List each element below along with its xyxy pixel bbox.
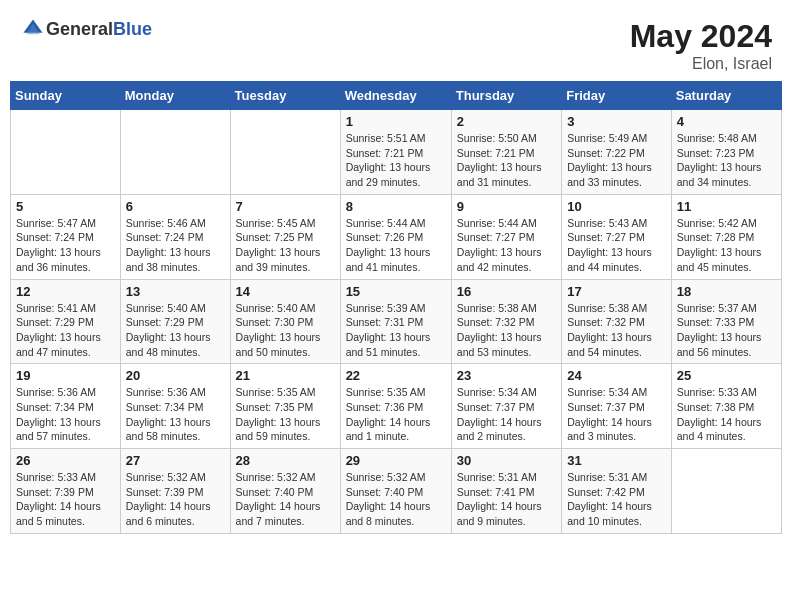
day-number: 4	[677, 114, 776, 129]
day-number: 2	[457, 114, 556, 129]
day-number: 21	[236, 368, 335, 383]
week-row-2: 5Sunrise: 5:47 AM Sunset: 7:24 PM Daylig…	[11, 194, 782, 279]
day-info: Sunrise: 5:37 AM Sunset: 7:33 PM Dayligh…	[677, 301, 776, 360]
calendar-cell: 26Sunrise: 5:33 AM Sunset: 7:39 PM Dayli…	[11, 449, 121, 534]
day-number: 5	[16, 199, 115, 214]
calendar-cell: 29Sunrise: 5:32 AM Sunset: 7:40 PM Dayli…	[340, 449, 451, 534]
day-info: Sunrise: 5:50 AM Sunset: 7:21 PM Dayligh…	[457, 131, 556, 190]
calendar-cell: 10Sunrise: 5:43 AM Sunset: 7:27 PM Dayli…	[562, 194, 672, 279]
calendar-cell: 27Sunrise: 5:32 AM Sunset: 7:39 PM Dayli…	[120, 449, 230, 534]
column-header-thursday: Thursday	[451, 82, 561, 110]
week-row-1: 1Sunrise: 5:51 AM Sunset: 7:21 PM Daylig…	[11, 110, 782, 195]
day-info: Sunrise: 5:48 AM Sunset: 7:23 PM Dayligh…	[677, 131, 776, 190]
day-info: Sunrise: 5:36 AM Sunset: 7:34 PM Dayligh…	[126, 385, 225, 444]
calendar-cell: 30Sunrise: 5:31 AM Sunset: 7:41 PM Dayli…	[451, 449, 561, 534]
calendar-cell: 1Sunrise: 5:51 AM Sunset: 7:21 PM Daylig…	[340, 110, 451, 195]
title-block: May 2024 Elon, Israel	[630, 18, 772, 73]
day-number: 27	[126, 453, 225, 468]
calendar-cell: 11Sunrise: 5:42 AM Sunset: 7:28 PM Dayli…	[671, 194, 781, 279]
calendar-cell: 22Sunrise: 5:35 AM Sunset: 7:36 PM Dayli…	[340, 364, 451, 449]
day-info: Sunrise: 5:39 AM Sunset: 7:31 PM Dayligh…	[346, 301, 446, 360]
calendar-cell: 14Sunrise: 5:40 AM Sunset: 7:30 PM Dayli…	[230, 279, 340, 364]
calendar-cell: 2Sunrise: 5:50 AM Sunset: 7:21 PM Daylig…	[451, 110, 561, 195]
day-number: 25	[677, 368, 776, 383]
day-info: Sunrise: 5:33 AM Sunset: 7:39 PM Dayligh…	[16, 470, 115, 529]
day-number: 20	[126, 368, 225, 383]
day-number: 28	[236, 453, 335, 468]
column-header-tuesday: Tuesday	[230, 82, 340, 110]
week-row-4: 19Sunrise: 5:36 AM Sunset: 7:34 PM Dayli…	[11, 364, 782, 449]
calendar-table: SundayMondayTuesdayWednesdayThursdayFrid…	[10, 81, 782, 534]
calendar-cell: 9Sunrise: 5:44 AM Sunset: 7:27 PM Daylig…	[451, 194, 561, 279]
day-info: Sunrise: 5:44 AM Sunset: 7:27 PM Dayligh…	[457, 216, 556, 275]
day-info: Sunrise: 5:42 AM Sunset: 7:28 PM Dayligh…	[677, 216, 776, 275]
day-info: Sunrise: 5:31 AM Sunset: 7:42 PM Dayligh…	[567, 470, 666, 529]
day-number: 6	[126, 199, 225, 214]
calendar-cell: 31Sunrise: 5:31 AM Sunset: 7:42 PM Dayli…	[562, 449, 672, 534]
logo-icon	[22, 18, 44, 40]
day-info: Sunrise: 5:49 AM Sunset: 7:22 PM Dayligh…	[567, 131, 666, 190]
calendar-cell: 6Sunrise: 5:46 AM Sunset: 7:24 PM Daylig…	[120, 194, 230, 279]
calendar-cell: 13Sunrise: 5:40 AM Sunset: 7:29 PM Dayli…	[120, 279, 230, 364]
calendar-cell: 25Sunrise: 5:33 AM Sunset: 7:38 PM Dayli…	[671, 364, 781, 449]
calendar-cell: 5Sunrise: 5:47 AM Sunset: 7:24 PM Daylig…	[11, 194, 121, 279]
calendar-cell: 15Sunrise: 5:39 AM Sunset: 7:31 PM Dayli…	[340, 279, 451, 364]
location-title: Elon, Israel	[630, 55, 772, 73]
day-number: 11	[677, 199, 776, 214]
day-number: 22	[346, 368, 446, 383]
calendar-cell: 18Sunrise: 5:37 AM Sunset: 7:33 PM Dayli…	[671, 279, 781, 364]
day-number: 15	[346, 284, 446, 299]
day-number: 7	[236, 199, 335, 214]
day-info: Sunrise: 5:32 AM Sunset: 7:39 PM Dayligh…	[126, 470, 225, 529]
day-number: 1	[346, 114, 446, 129]
day-info: Sunrise: 5:38 AM Sunset: 7:32 PM Dayligh…	[457, 301, 556, 360]
calendar-cell: 3Sunrise: 5:49 AM Sunset: 7:22 PM Daylig…	[562, 110, 672, 195]
calendar-cell	[671, 449, 781, 534]
calendar-cell: 12Sunrise: 5:41 AM Sunset: 7:29 PM Dayli…	[11, 279, 121, 364]
day-info: Sunrise: 5:41 AM Sunset: 7:29 PM Dayligh…	[16, 301, 115, 360]
calendar-cell: 17Sunrise: 5:38 AM Sunset: 7:32 PM Dayli…	[562, 279, 672, 364]
day-info: Sunrise: 5:32 AM Sunset: 7:40 PM Dayligh…	[346, 470, 446, 529]
day-info: Sunrise: 5:34 AM Sunset: 7:37 PM Dayligh…	[567, 385, 666, 444]
day-number: 17	[567, 284, 666, 299]
logo-blue: Blue	[113, 19, 152, 39]
month-title: May 2024	[630, 18, 772, 55]
day-info: Sunrise: 5:38 AM Sunset: 7:32 PM Dayligh…	[567, 301, 666, 360]
day-info: Sunrise: 5:35 AM Sunset: 7:35 PM Dayligh…	[236, 385, 335, 444]
day-number: 19	[16, 368, 115, 383]
day-info: Sunrise: 5:31 AM Sunset: 7:41 PM Dayligh…	[457, 470, 556, 529]
day-info: Sunrise: 5:47 AM Sunset: 7:24 PM Dayligh…	[16, 216, 115, 275]
day-number: 24	[567, 368, 666, 383]
calendar-cell: 19Sunrise: 5:36 AM Sunset: 7:34 PM Dayli…	[11, 364, 121, 449]
day-info: Sunrise: 5:36 AM Sunset: 7:34 PM Dayligh…	[16, 385, 115, 444]
column-header-friday: Friday	[562, 82, 672, 110]
calendar-cell	[11, 110, 121, 195]
day-info: Sunrise: 5:40 AM Sunset: 7:30 PM Dayligh…	[236, 301, 335, 360]
day-number: 31	[567, 453, 666, 468]
column-header-wednesday: Wednesday	[340, 82, 451, 110]
day-info: Sunrise: 5:33 AM Sunset: 7:38 PM Dayligh…	[677, 385, 776, 444]
day-number: 23	[457, 368, 556, 383]
calendar-cell: 20Sunrise: 5:36 AM Sunset: 7:34 PM Dayli…	[120, 364, 230, 449]
logo: GeneralBlue	[20, 18, 152, 40]
day-number: 12	[16, 284, 115, 299]
calendar-cell: 7Sunrise: 5:45 AM Sunset: 7:25 PM Daylig…	[230, 194, 340, 279]
column-header-saturday: Saturday	[671, 82, 781, 110]
calendar-cell: 28Sunrise: 5:32 AM Sunset: 7:40 PM Dayli…	[230, 449, 340, 534]
column-header-monday: Monday	[120, 82, 230, 110]
day-info: Sunrise: 5:43 AM Sunset: 7:27 PM Dayligh…	[567, 216, 666, 275]
day-number: 3	[567, 114, 666, 129]
calendar-cell: 24Sunrise: 5:34 AM Sunset: 7:37 PM Dayli…	[562, 364, 672, 449]
day-number: 9	[457, 199, 556, 214]
day-number: 18	[677, 284, 776, 299]
calendar-cell	[120, 110, 230, 195]
day-number: 26	[16, 453, 115, 468]
column-header-sunday: Sunday	[11, 82, 121, 110]
day-info: Sunrise: 5:35 AM Sunset: 7:36 PM Dayligh…	[346, 385, 446, 444]
page-header: GeneralBlue May 2024 Elon, Israel	[10, 10, 782, 77]
day-info: Sunrise: 5:51 AM Sunset: 7:21 PM Dayligh…	[346, 131, 446, 190]
day-number: 10	[567, 199, 666, 214]
week-row-5: 26Sunrise: 5:33 AM Sunset: 7:39 PM Dayli…	[11, 449, 782, 534]
day-number: 8	[346, 199, 446, 214]
day-info: Sunrise: 5:45 AM Sunset: 7:25 PM Dayligh…	[236, 216, 335, 275]
